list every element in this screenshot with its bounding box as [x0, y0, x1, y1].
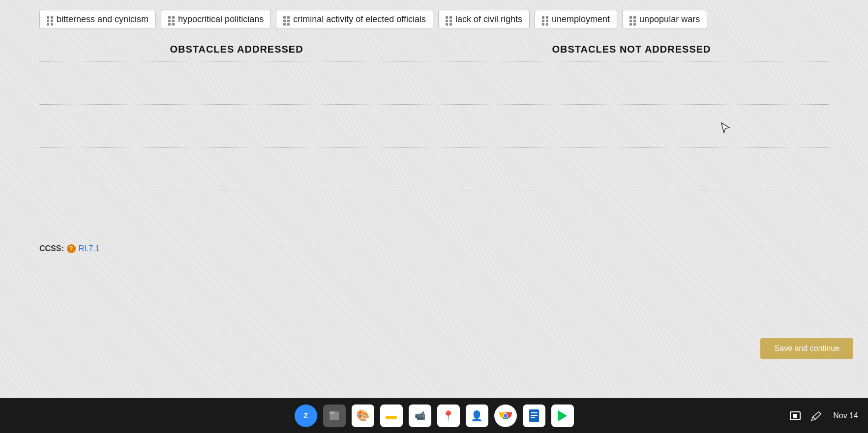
addressed-cell-4[interactable] [39, 191, 434, 234]
stylus-icon[interactable] [808, 408, 823, 423]
addressed-cell-2[interactable] [39, 105, 434, 147]
drag-icon [629, 16, 636, 23]
drag-icon [47, 16, 54, 23]
taskbar-zoom[interactable]: Z [295, 404, 317, 427]
svg-rect-7 [531, 412, 538, 413]
svg-rect-8 [531, 415, 538, 416]
chips-area: bitterness and cynicism hypocritical pol… [10, 5, 858, 34]
drag-icon [446, 16, 452, 23]
taskbar-meet[interactable]: 📹 [409, 404, 431, 427]
chip-criminal-activity[interactable]: criminal activity of elected officials [276, 10, 433, 29]
table-row[interactable] [39, 61, 829, 105]
chip-bitterness-cynicism[interactable]: bitterness and cynicism [39, 10, 156, 29]
chip-label: hypocritical politicians [178, 14, 264, 25]
col-addressed: OBSTACLES ADDRESSED [39, 44, 434, 55]
taskbar-time: Nov 14 [833, 411, 858, 420]
not-addressed-cell-2[interactable] [434, 105, 829, 147]
svg-rect-12 [793, 414, 797, 418]
chip-label: unemployment [552, 14, 610, 25]
chip-lack-civil-rights[interactable]: lack of civil rights [438, 10, 530, 29]
table-row[interactable] [39, 191, 829, 234]
taskbar-sys-icons [788, 408, 823, 423]
table-row[interactable] [39, 148, 829, 191]
taskbar-paint[interactable]: 🎨 [352, 404, 374, 427]
ccss-help-icon[interactable]: ? [67, 244, 76, 253]
chip-unpopular-wars[interactable]: unpopular wars [622, 10, 707, 29]
col-addressed-header: OBSTACLES ADDRESSED [170, 44, 303, 55]
ccss-link[interactable]: RI.7.1 [79, 244, 100, 253]
taskbar-right: Nov 14 [788, 408, 858, 423]
not-addressed-cell-3[interactable] [434, 148, 829, 191]
ccss-section: CCSS: ? RI.7.1 [39, 244, 829, 253]
taskbar-chrome[interactable] [494, 404, 517, 427]
taskbar-maps[interactable]: 📍 [437, 404, 460, 427]
not-addressed-cell-1[interactable] [434, 61, 829, 104]
svg-rect-1 [329, 411, 334, 413]
svg-point-5 [504, 414, 508, 418]
svg-rect-9 [531, 417, 535, 418]
taskbar-files[interactable] [323, 404, 346, 427]
chip-hypocritical-politicians[interactable]: hypocritical politicians [161, 10, 271, 29]
taskbar-docs[interactable] [523, 404, 545, 427]
col-not-addressed-header: OBSTACLES NOT ADDRESSED [552, 44, 711, 55]
taskbar-slides[interactable]: ▬ [380, 404, 403, 427]
drag-icon [542, 16, 549, 23]
taskbar-contacts[interactable]: 👤 [466, 404, 488, 427]
chip-label: unpopular wars [639, 14, 700, 25]
svg-marker-10 [558, 410, 567, 421]
taskbar-icons: Z 🎨 ▬ 📹 📍 👤 [295, 404, 574, 427]
drag-icon [168, 16, 175, 23]
chip-label: criminal activity of elected officials [293, 14, 426, 25]
chip-label: lack of civil rights [455, 14, 522, 25]
chip-label: bitterness and cynicism [57, 14, 149, 25]
taskbar-play[interactable] [551, 404, 574, 427]
not-addressed-cell-4[interactable] [434, 191, 829, 234]
table-row[interactable] [39, 105, 829, 148]
addressed-cell-1[interactable] [39, 61, 434, 104]
chip-unemployment[interactable]: unemployment [535, 10, 617, 29]
col-not-addressed: OBSTACLES NOT ADDRESSED [434, 44, 829, 55]
drag-icon [283, 16, 290, 23]
save-continue-button[interactable]: Save and continue [760, 338, 853, 359]
table-body [39, 61, 829, 234]
table-header-row: OBSTACLES ADDRESSED OBSTACLES NOT ADDRES… [39, 44, 829, 61]
addressed-cell-3[interactable] [39, 148, 434, 191]
taskbar: Z 🎨 ▬ 📹 📍 👤 [0, 398, 868, 433]
screenshot-icon[interactable] [788, 408, 803, 423]
ccss-label: CCSS: [39, 244, 64, 253]
obstacles-table: OBSTACLES ADDRESSED OBSTACLES NOT ADDRES… [39, 44, 829, 234]
